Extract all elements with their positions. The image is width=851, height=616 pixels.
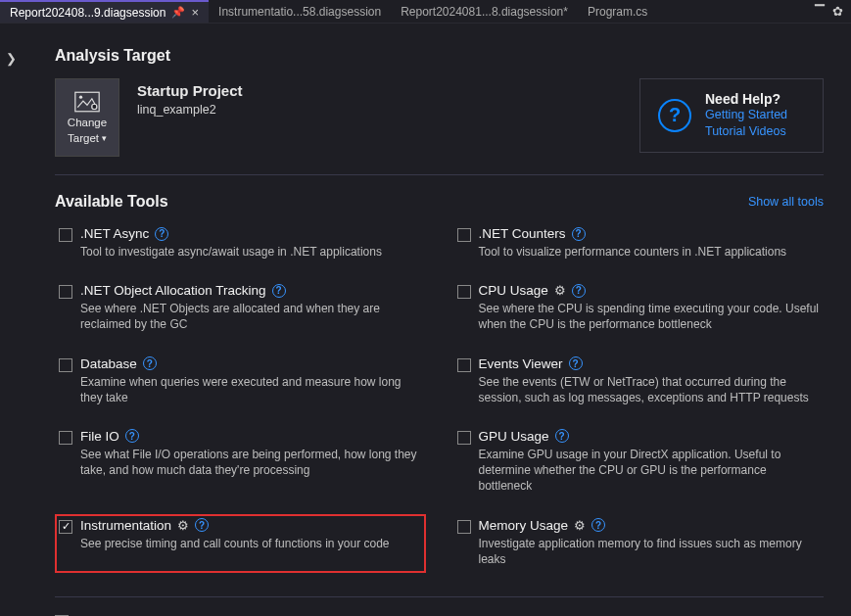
tool-description: See what File I/O operations are being p… <box>80 447 422 478</box>
help-link-getting-started[interactable]: Getting Started <box>705 107 787 123</box>
change-target-button[interactable]: Change Target ▾ <box>55 78 119 157</box>
tab-report-8[interactable]: Report2024081...8.diagsession* <box>391 0 578 23</box>
tool-description: Tool to investigate async/await usage in… <box>80 244 422 260</box>
tool-description: See precise timing and call counts of fu… <box>80 536 422 551</box>
analysis-target-heading: Analysis Target <box>55 47 824 65</box>
gear-icon[interactable]: ⚙ <box>574 518 586 533</box>
tool-checkbox-file-io[interactable] <box>59 431 72 445</box>
tool-checkbox-cpu-usage[interactable] <box>457 285 471 299</box>
info-icon[interactable]: ? <box>272 284 286 298</box>
info-icon[interactable]: ? <box>125 429 139 443</box>
tool-name: Database <box>80 356 137 371</box>
tool-instrumentation: Instrumentation⚙?See precise timing and … <box>55 514 426 573</box>
chevron-down-icon: ▾ <box>102 133 107 143</box>
tool-description: See where the CPU is spending time execu… <box>479 301 821 332</box>
tool-name: GPU Usage <box>479 429 549 444</box>
window-position-icon[interactable]: ▔ <box>815 4 825 19</box>
tool-net-object-allocation-tracking: .NET Object Allocation Tracking?See wher… <box>55 279 426 338</box>
svg-point-1 <box>79 96 82 99</box>
info-icon[interactable]: ? <box>155 227 168 241</box>
tool-memory-usage: Memory Usage⚙?Investigate application me… <box>453 514 825 573</box>
info-icon[interactable]: ? <box>572 284 586 298</box>
info-icon[interactable]: ? <box>569 356 583 370</box>
info-icon[interactable]: ? <box>591 518 605 532</box>
tab-label: Instrumentatio...58.diagsession <box>218 5 381 19</box>
tool-checkbox-net-async[interactable] <box>59 228 72 242</box>
tab-program-cs[interactable]: Program.cs <box>578 0 657 23</box>
change-target-label-1: Change <box>68 117 107 128</box>
svg-point-2 <box>92 104 97 109</box>
startup-title: Startup Project <box>137 82 243 99</box>
tool-net-counters: .NET Counters?Tool to visualize performa… <box>453 222 825 265</box>
gear-icon[interactable]: ⚙ <box>554 283 566 298</box>
tool-description: Examine GPU usage in your DirectX applic… <box>479 447 821 495</box>
tool-gpu-usage: GPU Usage?Examine GPU usage in your Dire… <box>453 425 825 500</box>
tool-description: Examine when queries were executed and m… <box>80 374 422 405</box>
tool-name: Memory Usage <box>479 518 569 533</box>
pin-icon[interactable]: 📌 <box>171 6 185 19</box>
gear-icon[interactable]: ✿ <box>832 4 843 19</box>
tab-label: Report2024081...8.diagsession* <box>401 5 568 19</box>
tool-net-async: .NET Async?Tool to investigate async/awa… <box>55 222 426 265</box>
divider <box>55 174 824 175</box>
tool-checkbox-net-object-allocation-tracking[interactable] <box>59 285 72 299</box>
tab-label: Program.cs <box>588 5 647 19</box>
tool-checkbox-memory-usage[interactable] <box>457 520 471 534</box>
tool-description: Tool to visualize performance counters i… <box>479 244 821 260</box>
tool-checkbox-gpu-usage[interactable] <box>457 431 471 445</box>
startup-project-info: Startup Project linq_example2 <box>137 78 243 117</box>
divider <box>55 596 824 597</box>
tool-checkbox-net-counters[interactable] <box>457 228 471 242</box>
tools-grid: .NET Async?Tool to investigate async/awa… <box>55 222 824 573</box>
tool-events-viewer: Events Viewer?See the events (ETW or Net… <box>453 353 825 411</box>
gutter: ❯ <box>0 24 22 616</box>
info-icon[interactable]: ? <box>555 429 569 443</box>
chevron-right-icon[interactable]: ❯ <box>6 51 17 616</box>
tool-name: .NET Async <box>80 226 149 241</box>
tool-name: .NET Object Allocation Tracking <box>80 283 266 298</box>
change-target-label-2: Target <box>68 132 99 144</box>
tool-checkbox-database[interactable] <box>59 358 72 372</box>
tab-instrumentation[interactable]: Instrumentatio...58.diagsession <box>209 0 391 23</box>
help-title: Need Help? <box>705 91 787 107</box>
tool-name: File IO <box>80 429 119 444</box>
help-card: ? Need Help? Getting Started Tutorial Vi… <box>639 78 824 153</box>
info-icon[interactable]: ? <box>195 518 209 532</box>
tool-description: See where .NET Objects are allocated and… <box>80 301 422 332</box>
gear-icon[interactable]: ⚙ <box>177 518 189 533</box>
tool-description: See the events (ETW or NetTrace) that oc… <box>479 374 821 405</box>
tool-database: Database?Examine when queries were execu… <box>55 353 426 411</box>
available-tools-heading: Available Tools <box>55 193 168 211</box>
tool-checkbox-events-viewer[interactable] <box>457 358 471 372</box>
info-icon[interactable]: ? <box>143 356 157 370</box>
help-link-tutorial-videos[interactable]: Tutorial Videos <box>705 123 787 140</box>
tab-label: Report202408...9.diagsession <box>10 6 165 20</box>
tab-bar: Report202408...9.diagsession 📌 × Instrum… <box>0 0 851 24</box>
tool-cpu-usage: CPU Usage⚙?See where the CPU is spending… <box>453 279 825 338</box>
tool-name: CPU Usage <box>479 283 548 298</box>
content-area: Analysis Target Change Target ▾ Startup … <box>22 24 851 616</box>
help-icon: ? <box>658 99 691 132</box>
show-all-tools-link[interactable]: Show all tools <box>748 195 824 209</box>
tool-checkbox-instrumentation[interactable] <box>59 520 72 534</box>
tool-file-io: File IO?See what File I/O operations are… <box>55 425 426 500</box>
tool-name: Events Viewer <box>479 356 563 371</box>
info-icon[interactable]: ? <box>572 227 586 241</box>
close-icon[interactable]: × <box>191 5 199 20</box>
tool-name: .NET Counters <box>479 226 566 241</box>
startup-subtitle: linq_example2 <box>137 103 243 117</box>
tool-description: Investigate application memory to find i… <box>479 536 821 567</box>
tab-report-9[interactable]: Report202408...9.diagsession 📌 × <box>0 0 209 23</box>
target-image-icon <box>74 91 100 113</box>
tool-name: Instrumentation <box>80 518 171 533</box>
